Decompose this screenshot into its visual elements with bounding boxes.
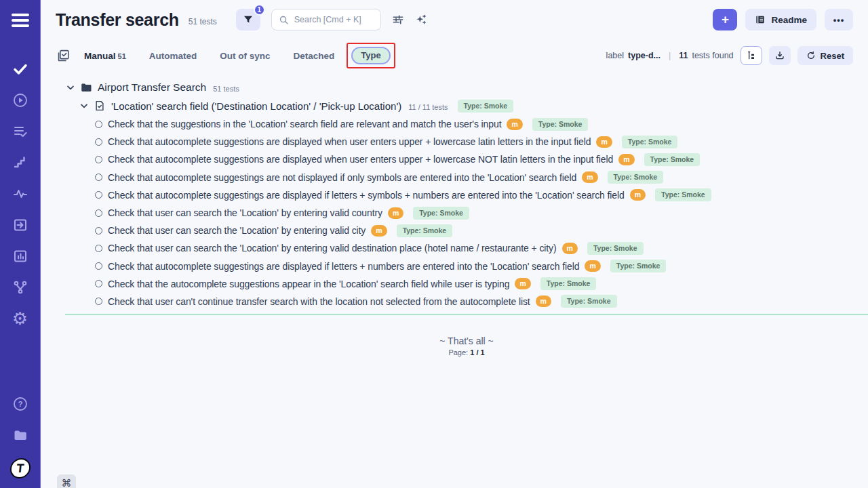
manual-badge: m: [371, 225, 387, 237]
type-smoke-badge: Type: Smoke: [608, 171, 664, 184]
type-smoke-badge: Type: Smoke: [655, 188, 711, 201]
defects-activity-icon[interactable]: [12, 186, 28, 202]
search-input[interactable]: [294, 15, 369, 24]
tab-detached[interactable]: Detached: [294, 51, 335, 61]
drop-indicator-line: [65, 314, 868, 315]
test-tree: Airport Transfer Search 51 tests 'Locati…: [41, 69, 868, 357]
manual-badge: m: [388, 207, 403, 219]
test-row[interactable]: Check that user can't continue transfer …: [65, 293, 868, 310]
tree-view-toggle-button[interactable]: [741, 46, 762, 65]
test-row[interactable]: Check that user can search the 'Location…: [65, 239, 868, 257]
traceability-icon[interactable]: [12, 279, 28, 296]
test-row[interactable]: Check that the autocomplete suggestions …: [65, 275, 868, 293]
search-box[interactable]: [271, 9, 381, 30]
adjust-filters-icon[interactable]: [391, 12, 406, 27]
select-all-icon[interactable]: [56, 48, 71, 63]
reset-icon: [806, 51, 816, 60]
test-title[interactable]: Check that autocomplete suggestings are …: [108, 190, 625, 201]
tab-bar: Manual51 Automated Out of sync Detached …: [41, 42, 868, 69]
milestones-icon[interactable]: [12, 155, 28, 171]
test-title[interactable]: Check that the suggestions in the 'Locat…: [108, 119, 501, 129]
test-row[interactable]: Check that autocomplete suggestings are …: [65, 186, 868, 204]
analytics-icon[interactable]: [12, 248, 28, 264]
folder-icon: [80, 81, 92, 94]
workspace-logo[interactable]: T: [9, 458, 31, 479]
document-check-icon: [94, 100, 106, 112]
projects-folder-icon[interactable]: [12, 427, 28, 443]
test-title[interactable]: Check that user can search the 'Location…: [108, 225, 366, 236]
test-status-circle-icon: [95, 227, 102, 235]
test-title[interactable]: Check that autocomplete suggestions are …: [108, 154, 613, 165]
funnel-icon: [242, 14, 254, 26]
sidebar: ⚙ ? T: [0, 0, 41, 488]
manual-badge: m: [515, 278, 530, 289]
test-status-circle-icon: [95, 138, 102, 146]
export-download-button[interactable]: [769, 46, 791, 65]
add-test-button[interactable]: +: [713, 9, 737, 30]
manual-badge: m: [536, 296, 551, 307]
page-title: Transfer search: [56, 10, 179, 30]
readme-button[interactable]: Readme: [745, 9, 816, 30]
ai-sparkles-icon[interactable]: [414, 12, 429, 27]
tab-out-of-sync[interactable]: Out of sync: [220, 51, 270, 61]
manual-badge: m: [630, 189, 646, 201]
test-row[interactable]: Check that user can search the 'Location…: [65, 204, 868, 222]
type-smoke-badge: Type: Smoke: [561, 295, 617, 308]
test-title[interactable]: Check that autocomplete suggestings are …: [108, 261, 579, 272]
filter-divider: |: [669, 51, 671, 60]
type-smoke-badge: Type: Smoke: [622, 136, 678, 148]
more-actions-button[interactable]: •••: [825, 9, 853, 30]
type-smoke-badge: Type: Smoke: [397, 224, 453, 237]
page-label: Page:: [448, 348, 468, 357]
test-status-circle-icon: [95, 298, 102, 305]
help-icon[interactable]: ?: [12, 396, 28, 412]
chevron-down-icon[interactable]: [79, 100, 90, 111]
test-status-circle-icon: [95, 174, 102, 181]
test-status-circle-icon: [95, 245, 102, 252]
test-title[interactable]: Check that user can search the 'Location…: [108, 207, 382, 218]
tests-found-count: 11: [679, 51, 688, 60]
test-plans-icon[interactable]: [12, 123, 28, 140]
suite-name[interactable]: 'Location' search field ('Destination Lo…: [111, 100, 401, 112]
test-row[interactable]: Check that autocomplete suggestings are …: [65, 169, 868, 186]
pagination-info: Page: 1 / 1: [65, 348, 868, 357]
tab-manual[interactable]: Manual51: [84, 51, 126, 61]
filter-label-prefix: label: [606, 51, 624, 60]
suite-row[interactable]: 'Location' search field ('Destination Lo…: [79, 97, 868, 115]
test-row[interactable]: Check that user can search the 'Location…: [65, 222, 868, 239]
reset-filters-button[interactable]: Reset: [797, 46, 853, 65]
type-smoke-badge: Type: Smoke: [587, 242, 644, 255]
suite-test-count: 11 / 11 tests: [408, 103, 448, 111]
readme-label: Readme: [771, 15, 807, 25]
test-title[interactable]: Check that autocomplete suggestions are …: [108, 136, 591, 147]
test-row[interactable]: Check that autocomplete suggestions are …: [65, 133, 868, 150]
folder-row[interactable]: Airport Transfer Search 51 tests: [65, 79, 868, 96]
menu-icon[interactable]: [12, 11, 29, 30]
test-status-circle-icon: [95, 209, 102, 217]
type-filter-highlight-box: Type: [347, 43, 395, 68]
folder-name[interactable]: Airport Transfer Search: [98, 81, 206, 94]
chevron-down-icon[interactable]: [65, 82, 76, 93]
settings-gear-icon[interactable]: ⚙: [12, 310, 28, 327]
tab-automated[interactable]: Automated: [149, 51, 197, 61]
import-icon[interactable]: [12, 217, 28, 233]
type-filter-chip[interactable]: Type: [351, 47, 390, 64]
book-icon: [755, 14, 766, 25]
end-of-list-text: ~ That's all ~: [65, 336, 868, 346]
test-title[interactable]: Check that autocomplete suggestings are …: [108, 172, 576, 183]
command-shortcut-key[interactable]: ⌘: [57, 474, 76, 488]
manual-badge: m: [507, 119, 522, 130]
filter-button[interactable]: 1: [236, 9, 260, 30]
test-row[interactable]: Check that autocomplete suggestions are …: [65, 150, 868, 168]
test-status-circle-icon: [95, 121, 102, 128]
filter-summary: label type-d... | 11 tests found: [606, 51, 734, 60]
test-title[interactable]: Check that the autocomplete suggestions …: [108, 279, 509, 289]
test-title[interactable]: Check that user can't continue transfer …: [108, 296, 530, 307]
test-row[interactable]: Check that the suggestions in the 'Locat…: [65, 115, 868, 133]
test-title[interactable]: Check that user can search the 'Location…: [108, 243, 557, 253]
test-runs-icon[interactable]: [12, 92, 28, 108]
list-footer: ~ That's all ~ Page: 1 / 1: [65, 336, 868, 357]
test-repository-icon[interactable]: [12, 61, 28, 77]
page-value: 1 / 1: [470, 348, 484, 357]
test-row[interactable]: Check that autocomplete suggestings are …: [65, 258, 868, 275]
